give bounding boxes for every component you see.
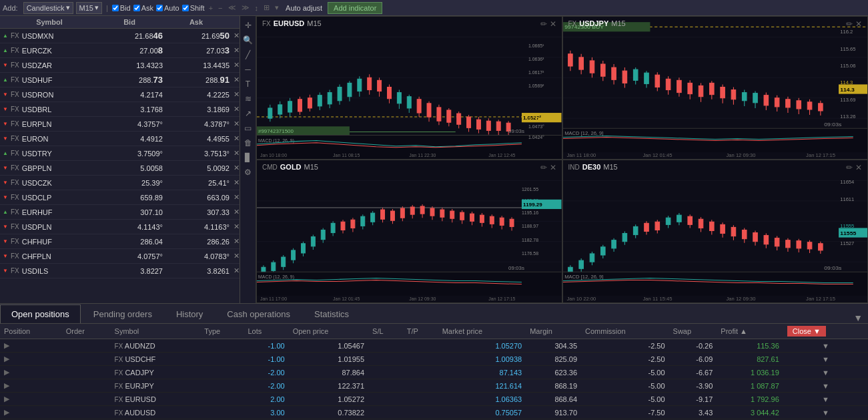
zoom-icon[interactable]: 🔍 (242, 33, 255, 47)
close-all-button[interactable]: Close ▼ (787, 326, 826, 337)
symbol-close-btn[interactable]: ✕ (230, 61, 240, 69)
symbol-close-btn[interactable]: ✕ (230, 120, 240, 128)
settings-icon[interactable]: ⚙ (242, 166, 255, 179)
svg-rect-32 (358, 79, 362, 91)
tab-history[interactable]: History (165, 304, 214, 323)
eurusd-close-icon[interactable]: ✕ (550, 19, 556, 29)
symbol-close-btn[interactable]: ✕ (230, 149, 240, 158)
symbol-close-btn[interactable]: ✕ (230, 178, 240, 187)
symbol-close-btn[interactable]: ✕ (230, 237, 240, 246)
symbol-row[interactable]: ▼ FX USDBRL 3.1768 3.1869 ✕ (0, 102, 240, 117)
bid-checkbox[interactable] (112, 5, 119, 11)
symbol-close-btn[interactable]: ✕ (230, 46, 240, 55)
symbol-row[interactable]: ▼ FX CHFHUF 286.04 286.26 ✕ (0, 234, 240, 249)
tab-cash-operations[interactable]: Cash operations (215, 304, 302, 323)
auto-check[interactable]: Auto (156, 4, 179, 12)
fx-badge: FX (11, 252, 19, 260)
panel-collapse-icon[interactable]: ▼ (853, 312, 868, 323)
symbol-row[interactable]: ▲ FX EURHUF 307.10 307.33 ✕ (0, 205, 240, 220)
symbol-name: ▲ FX USDTRY (3, 150, 96, 158)
de30-edit-icon[interactable]: ✏ (846, 163, 853, 172)
symbol-close-btn[interactable]: ✕ (230, 105, 240, 114)
symbol-row[interactable]: ▼ FX CHFPLN 4.0757° 4.0783° ✕ (0, 249, 240, 264)
row-dropdown-icon[interactable]: ▼ (822, 342, 829, 350)
symbol-close-btn[interactable]: ✕ (230, 222, 240, 231)
shift-check[interactable]: Shift (182, 4, 205, 12)
svg-rect-207 (490, 216, 494, 224)
svg-text:1176.58: 1176.58 (522, 251, 538, 256)
arrow-icon[interactable]: ↗ (242, 107, 255, 120)
usdjpy-edit-icon[interactable]: ✏ (846, 19, 853, 29)
symbol-close-btn[interactable]: ✕ (230, 75, 240, 84)
symbol-row[interactable]: ▼ FX EURON 4.4912 4.4955 ✕ (0, 132, 240, 146)
timeframe-dropdown[interactable]: M15 ▾ (76, 2, 102, 14)
ask-check[interactable]: Ask (133, 4, 153, 12)
crosshair-icon[interactable]: ✛ (242, 19, 255, 32)
expand-btn[interactable]: ▶ (4, 381, 9, 389)
gold-edit-icon[interactable]: ✏ (540, 163, 547, 172)
svg-rect-251 (655, 222, 660, 230)
symbol-row[interactable]: ▼ FX USDZAR 13.4323 13.4435 ✕ (0, 58, 240, 73)
bar-chart-icon[interactable]: ▊ (242, 151, 255, 164)
row-dropdown-icon[interactable]: ▼ (822, 409, 829, 417)
text-icon[interactable]: T (242, 77, 255, 91)
shift-checkbox[interactable] (182, 5, 189, 11)
symbol-row[interactable]: ▼ FX USDCZK 25.39° 25.41° ✕ (0, 176, 240, 190)
svg-rect-181 (361, 216, 365, 226)
bid-check[interactable]: Bid (112, 4, 131, 12)
symbol-row[interactable]: ▲ FX EURCZK 27.008 27.033 ✕ (0, 43, 240, 58)
add-indicator-button[interactable]: Add indicator (328, 2, 382, 14)
symbol-close-btn[interactable]: ✕ (230, 252, 240, 260)
tab-open-positions[interactable]: Open positions (0, 304, 81, 323)
sym-text: USDCLP (22, 194, 52, 202)
gold-close-icon[interactable]: ✕ (550, 163, 556, 172)
symbol-row[interactable]: ▲ FX USDTRY 3.7509° 3.7513° ✕ (0, 146, 240, 161)
svg-rect-20 (298, 99, 302, 112)
chart-type-dropdown[interactable]: Candlestick ▾ (23, 2, 73, 14)
tab-statistics[interactable]: Statistics (303, 304, 360, 323)
ask-value: 3.1869 (163, 106, 230, 114)
fib-icon[interactable]: ≋ (242, 92, 255, 106)
svg-rect-114 (699, 85, 703, 96)
eurusd-edit-icon[interactable]: ✏ (540, 19, 547, 29)
rectangle-icon[interactable]: ▭ (242, 122, 255, 135)
expand-btn[interactable]: ▶ (4, 341, 9, 349)
symbol-row[interactable]: ▲ FX USDHUF 288.73 288.91 ✕ (0, 73, 240, 87)
symbol-row[interactable]: ▼ FX GBPPLN 5.0058 5.0092 ✕ (0, 161, 240, 176)
symbol-close-btn[interactable]: ✕ (230, 164, 240, 172)
row-dropdown-icon[interactable]: ▼ (822, 355, 829, 363)
auto-adjust-label[interactable]: Auto adjust (286, 4, 322, 12)
fx-badge: FX (11, 194, 19, 201)
ask-checkbox[interactable] (133, 5, 140, 11)
expand-btn[interactable]: ▶ (4, 408, 9, 416)
row-dropdown-icon[interactable]: ▼ (822, 382, 829, 390)
line-icon[interactable]: ╱ (242, 48, 255, 61)
symbol-close-btn[interactable]: ✕ (230, 134, 240, 143)
row-dropdown-icon[interactable]: ▼ (822, 395, 829, 403)
svg-rect-277 (796, 241, 801, 248)
symbol-row[interactable]: ▼ FX USDILS 3.8227 3.8261 ✕ (0, 264, 240, 278)
delete-icon[interactable]: 🗑 (242, 136, 255, 150)
symbol-close-btn[interactable]: ✕ (230, 31, 240, 40)
expand-btn[interactable]: ▶ (4, 395, 9, 403)
symbol-close-btn[interactable]: ✕ (230, 266, 240, 275)
symbol-row[interactable]: ▲ FX USDMXN 21.6846 21.6950 ✕ (0, 29, 240, 43)
horizontal-line-icon[interactable]: ─ (242, 63, 255, 76)
symbol-row[interactable]: ▼ FX EURPLN 4.3757° 4.3787° ✕ (0, 117, 240, 132)
symbol-row[interactable]: ▼ FX USDRON 4.2174 4.2225 ✕ (0, 87, 240, 102)
tab-pending-orders[interactable]: Pending orders (82, 304, 163, 323)
symbol-close-btn[interactable]: ✕ (230, 90, 240, 99)
row-dropdown-icon[interactable]: ▼ (822, 369, 829, 377)
symbol-close-btn[interactable]: ✕ (230, 193, 240, 202)
symbol-row[interactable]: ▼ FX USDCLP 659.89 663.09 ✕ (0, 190, 240, 205)
symbol-row[interactable]: ▼ FX USDPLN 4.1143° 4.1163° ✕ (0, 220, 240, 234)
svg-text:09:03s: 09:03s (508, 128, 524, 134)
symbol-close-btn[interactable]: ✕ (230, 208, 240, 216)
expand-btn[interactable]: ▶ (4, 368, 9, 376)
usdjpy-close-icon[interactable]: ✕ (855, 19, 862, 29)
auto-checkbox[interactable] (156, 5, 163, 11)
cell-profit: 1 036.19 (717, 366, 783, 379)
de30-close-icon[interactable]: ✕ (855, 163, 862, 172)
positions-table-container[interactable]: Position Order Symbol Type Lots Open pri… (0, 324, 868, 420)
expand-btn[interactable]: ▶ (4, 355, 9, 363)
